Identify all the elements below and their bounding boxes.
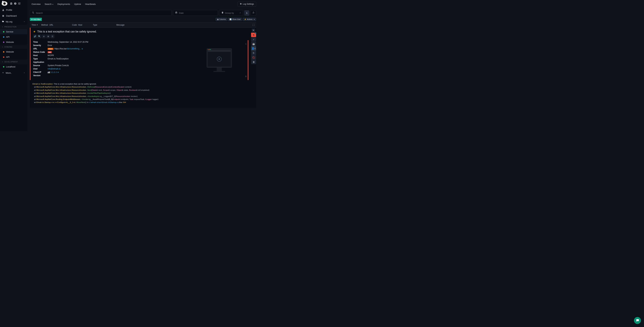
status-dot bbox=[3, 36, 4, 38]
nav-org-label: My org bbox=[6, 20, 12, 23]
th-method[interactable]: Method bbox=[41, 24, 49, 26]
trash-icon: 🗑 bbox=[252, 61, 255, 63]
method-badge: POST bbox=[48, 48, 54, 50]
rail-bot-button[interactable]: 🤖 bbox=[251, 42, 256, 46]
section-production[interactable]: ≡PRODUCTION bbox=[0, 25, 27, 29]
layers-icon bbox=[222, 11, 224, 14]
field-url-value: POSThttps://foo.bar/do/something...⧉ bbox=[48, 47, 188, 50]
field-source-key: Source bbox=[33, 64, 48, 67]
permalink-button[interactable]: 🔗 bbox=[33, 34, 37, 38]
gear-icon bbox=[240, 3, 242, 5]
bug-icon: 🐞 bbox=[252, 34, 255, 36]
env-api-stag[interactable]: API bbox=[0, 54, 27, 60]
env-api-prod[interactable]: API bbox=[0, 34, 27, 39]
refresh-button[interactable] bbox=[250, 10, 256, 15]
rail-hide-button[interactable]: 🚫 bbox=[251, 55, 256, 60]
group-button[interactable]: ≣ bbox=[46, 34, 50, 38]
columns-icon: ▦ bbox=[217, 18, 218, 20]
date-picker[interactable]: Date bbox=[173, 10, 218, 16]
ip-link[interactable]: 1.1.1.1 bbox=[50, 71, 57, 73]
rail-delete-button[interactable]: 🗑 bbox=[251, 60, 256, 64]
columns-button[interactable]: ▦Columns bbox=[216, 18, 227, 21]
table-header-row: Time⇵ Method URL Code Host Type Message … bbox=[30, 22, 256, 28]
rail-bug-button[interactable]: 🐞4 bbox=[251, 33, 256, 37]
status-dot bbox=[3, 31, 4, 32]
rail-resolve-button[interactable]: ✓ bbox=[251, 37, 256, 41]
env-service[interactable]: Service bbox=[0, 29, 27, 34]
search-input[interactable] bbox=[36, 12, 170, 14]
stack-trace[interactable]: Elmah.Io.TestException: This is a test e… bbox=[30, 80, 256, 108]
group-by-select[interactable]: Group by ⇵ bbox=[219, 10, 243, 16]
tab-uptime[interactable]: Uptime bbox=[72, 0, 83, 8]
field-app-key: Application bbox=[33, 61, 48, 63]
field-url-key: URL bbox=[33, 47, 48, 50]
external-link-icon[interactable]: ⧉ bbox=[82, 48, 83, 50]
th-message[interactable]: Message bbox=[116, 24, 251, 26]
rail-copy-button[interactable]: ⎘ bbox=[251, 51, 256, 55]
th-code[interactable]: Code bbox=[72, 24, 78, 26]
browser-preview: 1 0 bbox=[191, 40, 248, 80]
search-similar-button[interactable]: 🔍 bbox=[38, 34, 41, 38]
nav-org[interactable]: My org bbox=[0, 19, 27, 25]
detail-action-rail: 🐞4 ✓ 🤖 👤+ ⎘ 🚫 🗑 bbox=[251, 33, 256, 64]
caret-down-icon: ▾ bbox=[52, 3, 53, 5]
log-settings-button[interactable]: Log Settings bbox=[238, 2, 256, 6]
tab-deployments[interactable]: Deployments bbox=[56, 0, 72, 8]
section-development[interactable]: ≡DEVELOPMENT bbox=[0, 60, 27, 64]
th-host[interactable]: Host bbox=[78, 24, 93, 26]
actions-dropdown[interactable]: ⚡Actions▾ bbox=[243, 18, 256, 21]
ignore-button[interactable]: ⊘ bbox=[42, 34, 46, 38]
status-dot bbox=[3, 56, 4, 58]
search-icon: 🔍 bbox=[38, 35, 40, 37]
field-user-key: User bbox=[33, 68, 48, 70]
detail-title: This is a test exception that can be saf… bbox=[37, 30, 97, 33]
field-severity-value: Error bbox=[48, 44, 188, 46]
bot-icon: 🤖 bbox=[252, 43, 255, 45]
severity-bar-right bbox=[248, 40, 248, 80]
env-website-prod[interactable]: Website bbox=[0, 39, 27, 45]
tab-heartbeats[interactable]: Heartbeats bbox=[83, 0, 98, 8]
nav-dashboard[interactable]: Dashboard bbox=[0, 13, 27, 19]
gift-icon[interactable] bbox=[10, 2, 13, 5]
user-link[interactable]: info@elmah.io bbox=[48, 68, 60, 70]
env-website-stag[interactable]: Website bbox=[0, 49, 27, 54]
nav-profile[interactable]: Profile bbox=[0, 7, 27, 13]
settings-icon[interactable] bbox=[18, 2, 21, 5]
th-time[interactable]: Time⇵ bbox=[32, 24, 41, 26]
show-chart-button[interactable]: 📊Show chart bbox=[228, 18, 242, 21]
nav-more[interactable]: More.. bbox=[0, 70, 27, 76]
field-status-key: Status Code bbox=[33, 51, 48, 53]
chevron-down-icon bbox=[24, 72, 25, 74]
section-staging[interactable]: ≡STAGING bbox=[0, 45, 27, 49]
status-dot bbox=[3, 41, 4, 43]
list-button[interactable]: ☰ bbox=[50, 34, 54, 38]
tab-overview[interactable]: Overview bbox=[30, 0, 42, 8]
env-localhost[interactable]: Localhost bbox=[0, 64, 27, 69]
help-icon[interactable] bbox=[14, 2, 17, 5]
url-link[interactable]: /do/something... bbox=[67, 47, 81, 50]
status-dot bbox=[3, 51, 4, 52]
close-detail-button[interactable]: ✕ bbox=[252, 29, 255, 32]
chevron-up-icon bbox=[24, 20, 25, 23]
list-icon: ☰ bbox=[52, 35, 53, 37]
refresh-icon bbox=[252, 12, 254, 14]
field-source-value: System.Private.CoreLib bbox=[48, 64, 188, 67]
sidebar: Profile Dashboard My org ≡PRODUCTION Ser… bbox=[0, 0, 27, 131]
eye-off-icon: 🚫 bbox=[252, 56, 255, 59]
th-type[interactable]: Type bbox=[93, 24, 116, 26]
scale-top: 1 bbox=[246, 43, 246, 45]
bolt-icon: ⚡ bbox=[244, 18, 246, 20]
rail-assign-button[interactable]: 👤+ bbox=[251, 46, 256, 50]
tab-search[interactable]: Search▾ bbox=[43, 0, 55, 8]
th-url[interactable]: URL bbox=[49, 24, 72, 26]
external-link-icon[interactable]: ⧉ bbox=[58, 71, 59, 73]
app-logo[interactable] bbox=[2, 1, 8, 6]
copy-icon: ⎘ bbox=[253, 52, 254, 54]
add-filter-button[interactable]: ⊕Add filter bbox=[30, 18, 42, 21]
star-icon[interactable]: ★ bbox=[33, 30, 36, 33]
calendar-icon bbox=[175, 11, 177, 14]
search-box[interactable] bbox=[30, 10, 172, 16]
expand-icon[interactable]: ⛶ bbox=[251, 24, 254, 26]
plus-icon bbox=[2, 72, 4, 74]
page-number[interactable]: 1 bbox=[244, 10, 249, 15]
